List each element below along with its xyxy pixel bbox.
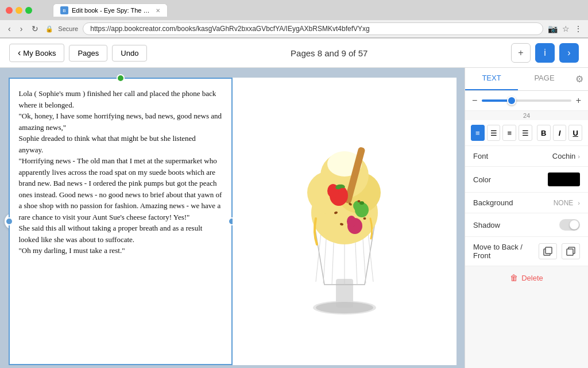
align-left-button[interactable]: ≡	[471, 125, 485, 141]
address-url[interactable]: https://app.bookcreator.com/books/kasgVa…	[83, 22, 543, 35]
color-swatch[interactable]	[548, 172, 580, 186]
page-info: Pages 8 and 9 of 57	[152, 48, 506, 58]
ice-cream-svg	[270, 112, 419, 331]
menu-icon[interactable]: ⋮	[574, 24, 582, 33]
delete-label[interactable]: Delete	[521, 274, 543, 282]
close-button[interactable]	[6, 7, 13, 14]
page-of-number: of 57	[349, 48, 368, 58]
move-to-label: Move to Back / Front	[473, 243, 534, 260]
tab-bar: B Edit book - Eye Spy: The Para... ✕	[47, 3, 173, 17]
svg-point-30	[363, 217, 366, 220]
page-right	[233, 78, 457, 365]
bookmark-icon: ☆	[562, 24, 570, 33]
align-right-button[interactable]: ≡	[502, 125, 516, 141]
handle-left[interactable]	[5, 217, 13, 225]
page-left[interactable]: Lola ( Sophie's mum ) finished her call …	[9, 78, 233, 365]
refresh-button[interactable]: ↻	[29, 23, 41, 34]
slider-thumb[interactable]	[507, 96, 516, 105]
color-label: Color	[473, 175, 543, 184]
shadow-label: Shadow	[473, 221, 555, 229]
font-size-row: − +	[465, 91, 588, 111]
toggle-thumb	[570, 220, 579, 229]
pages-button[interactable]: Pages	[69, 45, 107, 62]
background-value[interactable]: NONE ›	[554, 199, 580, 207]
lock-icon: 🔒	[45, 25, 53, 33]
toolbar-right: + i ›	[511, 43, 579, 63]
shadow-toggle[interactable]	[559, 219, 580, 231]
tab-close-icon[interactable]: ✕	[156, 7, 160, 14]
color-row[interactable]: Color	[465, 167, 588, 193]
info-button[interactable]: i	[535, 43, 555, 63]
panel-tabs: TEXT PAGE ⚙	[465, 68, 588, 91]
canvas-area: ‹ Lola ( Sophie's mum ) finished her cal…	[0, 68, 465, 368]
tab-text[interactable]: TEXT	[465, 68, 518, 90]
browser-chrome: B Edit book - Eye Spy: The Para... ✕ ‹ ›…	[0, 0, 588, 39]
move-back-icon	[543, 246, 553, 256]
background-label: Background	[473, 198, 549, 207]
svg-point-28	[357, 200, 360, 202]
alignment-row: ≡ ☰ ≡ ☰ B I U	[465, 120, 588, 146]
font-size-decrease-button[interactable]: −	[471, 95, 478, 106]
handle-top[interactable]	[117, 74, 125, 82]
right-panel: TEXT PAGE ⚙ − + 24 ≡ ☰ ≡ ☰ B I U	[465, 68, 588, 368]
font-size-display: 24	[465, 111, 588, 120]
undo-button[interactable]: Undo	[112, 45, 147, 62]
background-chevron-icon: ›	[578, 200, 580, 206]
background-none-label: NONE	[554, 199, 574, 207]
main-layout: ‹ Lola ( Sophie's mum ) finished her cal…	[0, 68, 588, 368]
bold-button[interactable]: B	[537, 125, 551, 141]
delete-icon: 🗑	[510, 273, 518, 282]
maximize-button[interactable]	[25, 7, 32, 14]
svg-rect-34	[567, 249, 573, 255]
book-spread: Lola ( Sophie's mum ) finished her call …	[9, 78, 457, 365]
favicon-icon: B	[60, 6, 68, 14]
font-value[interactable]: Cochin ›	[552, 152, 580, 160]
background-row[interactable]: Background NONE ›	[465, 193, 588, 213]
browser-addressbar: ‹ › ↻ 🔒 Secure https://app.bookcreator.c…	[0, 20, 588, 38]
svg-point-2	[316, 302, 373, 313]
move-back-button[interactable]	[539, 243, 557, 259]
align-center-button[interactable]: ☰	[487, 125, 501, 141]
traffic-lights	[6, 7, 32, 14]
minimize-button[interactable]	[16, 7, 22, 14]
font-name: Cochin	[552, 152, 575, 160]
settings-icon[interactable]: ⚙	[571, 68, 588, 90]
move-front-icon	[566, 246, 576, 256]
font-row[interactable]: Font Cochin ›	[465, 146, 588, 167]
svg-line-4	[316, 227, 322, 282]
secure-label: Secure	[58, 25, 78, 32]
slider-fill	[482, 99, 509, 102]
align-justify-button[interactable]: ☰	[519, 125, 532, 141]
my-books-button[interactable]: My Books	[9, 44, 64, 62]
font-size-slider[interactable]	[482, 99, 571, 102]
back-button[interactable]: ‹	[6, 23, 13, 34]
tab-page[interactable]: PAGE	[518, 68, 571, 90]
app-toolbar: My Books Pages Undo Pages 8 and 9 of 57 …	[0, 39, 588, 68]
add-button[interactable]: +	[511, 43, 531, 63]
font-size-increase-button[interactable]: +	[575, 95, 582, 106]
svg-point-25	[347, 216, 356, 227]
shadow-row: Shadow	[465, 213, 588, 237]
browser-tab[interactable]: B Edit book - Eye Spy: The Para... ✕	[53, 3, 168, 17]
italic-button[interactable]: I	[553, 125, 567, 141]
underline-button[interactable]: U	[568, 125, 582, 141]
font-label: Font	[473, 152, 548, 160]
move-front-button[interactable]	[562, 243, 580, 259]
address-right-icons: 📷 ☆ ⋮	[548, 24, 582, 33]
next-page-button[interactable]: ›	[559, 43, 579, 63]
font-chevron-icon: ›	[578, 153, 580, 160]
forward-button[interactable]: ›	[18, 23, 25, 34]
page-text-content: Lola ( Sophie's mum ) finished her call …	[19, 88, 222, 256]
browser-titlebar: B Edit book - Eye Spy: The Para... ✕	[0, 0, 588, 20]
camera-icon: 📷	[548, 24, 558, 33]
delete-row[interactable]: 🗑 Delete	[465, 266, 588, 289]
ice-cream-illustration	[233, 78, 457, 365]
tab-title: Edit book - Eye Spy: The Para...	[72, 7, 152, 14]
svg-rect-32	[546, 247, 552, 254]
page-info-text: Pages 8 and 9	[291, 48, 346, 58]
move-to-row: Move to Back / Front	[465, 237, 588, 266]
